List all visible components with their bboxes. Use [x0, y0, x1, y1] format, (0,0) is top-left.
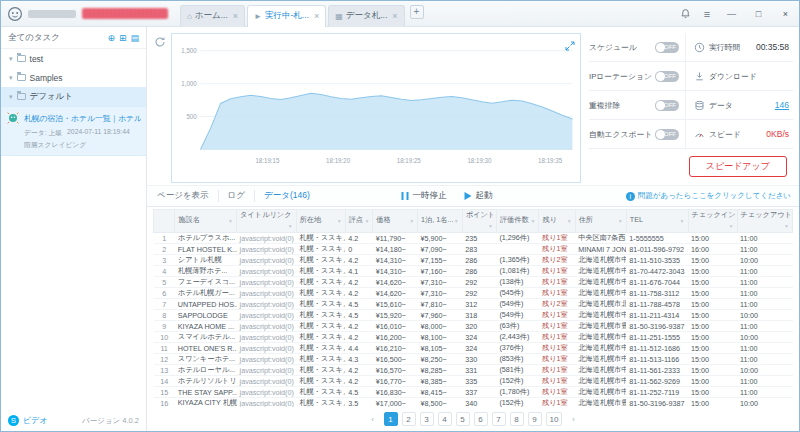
add-task-icon[interactable]: ⊕ [107, 33, 115, 43]
cell-link[interactable]: javascript:void(0) [237, 288, 297, 299]
speed-up-button[interactable]: スピードアップ [689, 156, 787, 177]
cell-link[interactable]: javascript:void(0) [237, 354, 297, 365]
cell-checkin: 16:00 [688, 244, 737, 255]
list-view-icon[interactable]: ▤ [130, 33, 139, 43]
table-row: 6ホテル札幌ガー...javascript:void(0)札幌・ススキノ...4… [154, 288, 793, 299]
cell-link[interactable]: javascript:void(0) [237, 255, 297, 266]
cell-link[interactable]: javascript:void(0) [237, 387, 297, 398]
menu-icon[interactable]: ≡ [696, 8, 718, 20]
cell-name: スワンキーホテ... [175, 354, 237, 365]
toggle-IPローテーション[interactable]: OFF [655, 71, 679, 82]
help-link[interactable]: i 問題があったらここをクリックしてください [626, 191, 791, 201]
column-header-link[interactable]: タイトルリンク▼ [237, 210, 297, 233]
page-button-5[interactable]: 5 [456, 412, 470, 426]
filter-icon[interactable]: ▼ [337, 215, 342, 227]
view-tab-ログ[interactable]: ログ [219, 190, 255, 202]
filter-icon[interactable]: ▼ [567, 215, 572, 227]
stat-value[interactable]: 146 [775, 100, 793, 110]
sidebar-folder-test[interactable]: ▾test [1, 49, 146, 68]
column-header-price[interactable]: 価格▼ [373, 210, 418, 233]
cell-link[interactable]: javascript:void(0) [237, 376, 297, 387]
tab-close-icon[interactable]: × [233, 11, 238, 21]
view-tab-データ(146)[interactable]: データ(146) [255, 190, 319, 202]
column-header-num[interactable] [154, 210, 175, 233]
notifications-bell-icon[interactable] [674, 8, 696, 19]
new-folder-icon[interactable]: ⊞ [119, 33, 127, 43]
app-tab[interactable]: ▦データ札...× [328, 5, 404, 27]
page-button-8[interactable]: 8 [510, 412, 524, 426]
task-card[interactable]: 札幌の宿泊・ホテル一覧｜ホテル予約な... データ: 上級 2024-07-11… [1, 106, 146, 156]
toggle-重複排除[interactable]: OFF [655, 100, 679, 111]
page-button-10[interactable]: 10 [546, 412, 563, 426]
toggle-スケジュール[interactable]: OFF [655, 42, 679, 53]
tab-close-icon[interactable]: × [314, 11, 319, 21]
view-tab-ページを表示[interactable]: ページを表示 [155, 190, 219, 202]
cell-link[interactable]: javascript:void(0) [237, 365, 297, 376]
column-header-points[interactable]: ポイント▼ [462, 210, 496, 233]
cell-link[interactable]: javascript:void(0) [237, 244, 297, 255]
column-header-checkout[interactable]: チェックアウト▼ [737, 210, 792, 233]
page-button-1[interactable]: 1 [384, 412, 398, 426]
table-row: 4札幌薄野ホテ...javascript:void(0)札幌・ススキノ...4.… [154, 266, 793, 277]
toggle-自動エクスポート[interactable]: OFF [655, 129, 679, 140]
column-header-name[interactable]: 施設名▼ [175, 210, 237, 233]
filter-icon[interactable]: ▼ [729, 220, 734, 232]
filter-icon[interactable]: ▼ [364, 215, 369, 227]
sidebar-folder-デフォルト[interactable]: ▾デフォルト [1, 87, 146, 106]
sidebar-folder-Samples[interactable]: ▾Samples [1, 68, 146, 87]
page-button-9[interactable]: 9 [528, 412, 542, 426]
cell-link[interactable]: javascript:void(0) [237, 321, 297, 332]
cell-tel: 81-11-512-1686 [626, 343, 688, 354]
filter-icon[interactable]: ▼ [618, 215, 623, 227]
column-header-reviews[interactable]: 評価件数▼ [496, 210, 539, 233]
column-header-checkin[interactable]: チェックイン▼ [688, 210, 737, 233]
tab-close-icon[interactable]: × [392, 11, 397, 21]
column-header-rating[interactable]: 評点▼ [345, 210, 373, 233]
app-tab[interactable]: ⌂ホーム...× [180, 5, 245, 27]
cell-link[interactable]: javascript:void(0) [237, 332, 297, 343]
task-title[interactable]: 札幌の宿泊・ホテル一覧｜ホテル予約な... [24, 113, 141, 124]
cell-link[interactable]: javascript:void(0) [237, 266, 297, 277]
cell-num: 12 [154, 354, 175, 365]
refresh-icon[interactable] [154, 34, 166, 52]
cell-link[interactable]: javascript:void(0) [237, 310, 297, 321]
column-header-tel[interactable]: TEL▼ [626, 210, 688, 233]
filter-icon[interactable]: ▼ [488, 220, 493, 232]
filter-icon[interactable]: ▼ [288, 220, 293, 232]
close-button[interactable]: × [772, 1, 799, 26]
new-tab-button[interactable]: + [410, 5, 424, 19]
expand-chart-icon[interactable] [565, 37, 575, 47]
filter-icon[interactable]: ▼ [228, 215, 233, 227]
filter-icon[interactable]: ▼ [531, 215, 536, 227]
video-link[interactable]: ビデオ [23, 415, 48, 426]
cell-link[interactable]: javascript:void(0) [237, 233, 297, 244]
page-button-2[interactable]: 2 [402, 412, 416, 426]
page-button-7[interactable]: 7 [492, 412, 506, 426]
start-button[interactable]: 起動 [464, 190, 492, 202]
prev-page-button[interactable]: ‹ [366, 412, 380, 426]
pause-button[interactable]: 一時停止 [401, 190, 446, 202]
cell-link[interactable]: javascript:void(0) [237, 343, 297, 354]
cell-link[interactable]: javascript:void(0) [237, 398, 297, 408]
filter-icon[interactable]: ▼ [454, 215, 459, 227]
next-page-button[interactable]: › [566, 412, 580, 426]
cell-name: UNTAPPED HOS... [175, 299, 237, 310]
cell-link[interactable]: javascript:void(0) [237, 277, 297, 288]
task-tree: ▾test▾Samples▾デフォルト [1, 49, 146, 106]
page-button-6[interactable]: 6 [474, 412, 488, 426]
page-button-4[interactable]: 4 [438, 412, 452, 426]
maximize-button[interactable]: □ [745, 1, 772, 26]
column-header-location[interactable]: 所在地▼ [296, 210, 345, 233]
skype-icon[interactable]: S [8, 415, 19, 426]
column-header-unit_price[interactable]: 1泊, 1名...▼ [418, 210, 463, 233]
filter-icon[interactable]: ▼ [784, 220, 789, 232]
column-header-remaining[interactable]: 残り▼ [539, 210, 575, 233]
filter-icon[interactable]: ▼ [680, 215, 685, 227]
filter-icon[interactable]: ▼ [409, 215, 414, 227]
app-tab[interactable]: ►実行中-札...× [247, 5, 326, 27]
page-button-3[interactable]: 3 [420, 412, 434, 426]
column-header-address[interactable]: 住所▼ [575, 210, 626, 233]
minimize-button[interactable]: — [718, 1, 745, 26]
cell-link[interactable]: javascript:void(0) [237, 299, 297, 310]
stat-group: ダウンロード [685, 62, 793, 90]
